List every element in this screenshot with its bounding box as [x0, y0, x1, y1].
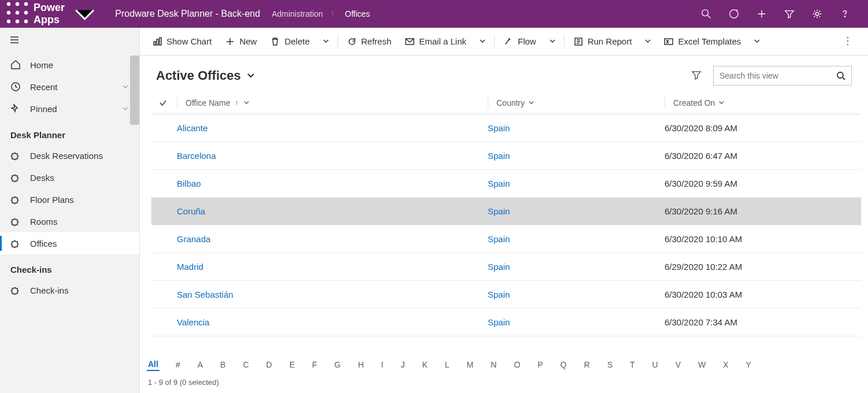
sidebar-item-desk-reservations[interactable]: Desk Reservations — [0, 144, 139, 166]
sidebar-item-check-ins[interactable]: Check-ins — [0, 279, 139, 301]
environment-name[interactable]: Prodware Desk Planner - Back-end — [103, 9, 260, 19]
alpha-s[interactable]: S — [606, 359, 614, 370]
alpha-n[interactable]: N — [489, 359, 498, 370]
breadcrumb: Administration 〉 Offices — [260, 9, 370, 18]
table-row[interactable]: GranadaSpain6/30/2020 10:10 AM — [151, 225, 861, 253]
alpha-l[interactable]: L — [444, 359, 451, 370]
table-row[interactable]: CoruñaSpain6/30/2020 9:16 AM — [151, 198, 861, 225]
alpha-#[interactable]: # — [175, 359, 181, 370]
country-link[interactable]: Spain — [488, 290, 510, 299]
chevron-down-icon[interactable] — [243, 98, 250, 107]
run-report-button[interactable]: Run Report — [568, 33, 638, 50]
country-link[interactable]: Spain — [488, 317, 510, 327]
task-icon[interactable] — [728, 8, 740, 20]
alpha-u[interactable]: U — [651, 359, 659, 370]
run-report-dropdown[interactable] — [640, 34, 656, 50]
sidebar-item-desks[interactable]: Desks — [0, 166, 139, 188]
help-icon[interactable] — [839, 8, 851, 20]
table-row[interactable]: San SebastiánSpain6/30/2020 10:03 AM — [151, 281, 861, 309]
office-link[interactable]: Valencia — [177, 317, 209, 327]
chevron-down-icon[interactable] — [528, 98, 535, 107]
office-link[interactable]: Barcelona — [177, 151, 216, 161]
add-icon[interactable] — [756, 8, 767, 20]
flow-button[interactable]: Flow — [498, 33, 542, 50]
alpha-r[interactable]: R — [583, 359, 591, 370]
app-launcher-icon[interactable] — [6, 1, 29, 27]
breadcrumb-current[interactable]: Offices — [345, 9, 370, 18]
country-link[interactable]: Spain — [488, 206, 510, 216]
alpha-y[interactable]: Y — [745, 359, 752, 370]
cell-created-on: 6/30/2020 9:59 AM — [665, 179, 861, 188]
office-link[interactable]: Bilbao — [177, 179, 201, 188]
alpha-m[interactable]: M — [466, 359, 475, 370]
refresh-button[interactable]: Refresh — [342, 33, 398, 50]
nav-recent[interactable]: Recent — [0, 76, 139, 98]
breadcrumb-parent[interactable]: Administration — [272, 9, 323, 18]
country-link[interactable]: Spain — [488, 123, 510, 133]
column-office-name[interactable]: Office Name ↑ — [175, 97, 488, 109]
chevron-down-icon[interactable] — [718, 98, 725, 107]
alpha-j[interactable]: J — [399, 359, 406, 370]
email-link-button[interactable]: Email a Link — [399, 33, 472, 50]
overflow-menu[interactable]: ⋯ — [839, 29, 858, 54]
funnel-icon[interactable] — [691, 70, 702, 82]
alpha-g[interactable]: G — [333, 359, 342, 370]
excel-templates-dropdown[interactable] — [749, 34, 765, 50]
alpha-t[interactable]: T — [629, 359, 636, 370]
table-row[interactable]: BarcelonaSpain6/30/2020 6:47 AM — [151, 142, 861, 170]
country-link[interactable]: Spain — [488, 151, 510, 161]
alpha-w[interactable]: W — [697, 359, 707, 370]
alpha-b[interactable]: B — [219, 359, 227, 370]
table-row[interactable]: AlicanteSpain6/30/2020 8:09 AM — [151, 114, 861, 142]
country-link[interactable]: Spain — [488, 262, 510, 272]
filter-icon[interactable] — [784, 8, 795, 20]
alpha-a[interactable]: A — [196, 359, 204, 370]
search-box[interactable] — [713, 66, 852, 86]
show-chart-button[interactable]: Show Chart — [147, 33, 217, 50]
office-link[interactable]: Granada — [177, 234, 210, 244]
hamburger-icon[interactable] — [0, 28, 139, 54]
new-button[interactable]: New — [220, 33, 262, 50]
alpha-c[interactable]: C — [242, 359, 250, 370]
gear-icon[interactable] — [811, 8, 823, 20]
email-link-dropdown[interactable] — [474, 34, 491, 50]
office-link[interactable]: San Sebastián — [177, 290, 233, 299]
search-input[interactable] — [719, 71, 836, 80]
alpha-p[interactable]: P — [536, 359, 544, 370]
office-link[interactable]: Madrid — [177, 262, 203, 272]
alpha-all[interactable]: All — [147, 358, 159, 371]
alpha-h[interactable]: H — [357, 359, 365, 370]
office-link[interactable]: Alicante — [177, 123, 207, 133]
office-link[interactable]: Coruña — [177, 206, 205, 216]
app-title[interactable]: Power Apps — [29, 0, 103, 28]
nav-pinned[interactable]: Pinned — [0, 98, 139, 120]
excel-templates-button[interactable]: Excel Templates — [658, 33, 747, 50]
table-row[interactable]: BilbaoSpain6/30/2020 9:59 AM — [151, 170, 861, 198]
view-selector[interactable]: Active Offices — [156, 68, 255, 83]
alpha-e[interactable]: E — [288, 359, 296, 370]
nav-home[interactable]: Home — [0, 54, 139, 76]
flow-dropdown[interactable] — [544, 34, 561, 50]
alpha-v[interactable]: V — [674, 359, 682, 370]
alpha-d[interactable]: D — [265, 359, 273, 370]
sidebar-item-floor-plans[interactable]: Floor Plans — [0, 188, 139, 210]
sidebar-item-offices[interactable]: Offices — [0, 232, 139, 254]
column-country[interactable]: Country — [488, 97, 665, 109]
alpha-k[interactable]: K — [421, 359, 428, 370]
alpha-x[interactable]: X — [722, 359, 729, 370]
table-row[interactable]: ValenciaSpain6/30/2020 7:34 AM — [151, 309, 861, 336]
table-row[interactable]: MadridSpain6/29/2020 10:22 AM — [151, 253, 861, 281]
country-link[interactable]: Spain — [488, 179, 510, 188]
search-icon[interactable] — [700, 8, 712, 20]
alpha-q[interactable]: Q — [559, 359, 568, 370]
alpha-i[interactable]: I — [380, 359, 385, 370]
sidebar-item-rooms[interactable]: Rooms — [0, 210, 139, 232]
select-all[interactable] — [151, 99, 175, 107]
separator — [564, 35, 565, 49]
alpha-f[interactable]: F — [311, 359, 318, 370]
alpha-o[interactable]: O — [513, 359, 521, 370]
delete-dropdown[interactable] — [318, 34, 334, 50]
delete-button[interactable]: Delete — [265, 33, 315, 50]
country-link[interactable]: Spain — [488, 234, 510, 244]
column-created-on[interactable]: Created On — [665, 97, 861, 109]
